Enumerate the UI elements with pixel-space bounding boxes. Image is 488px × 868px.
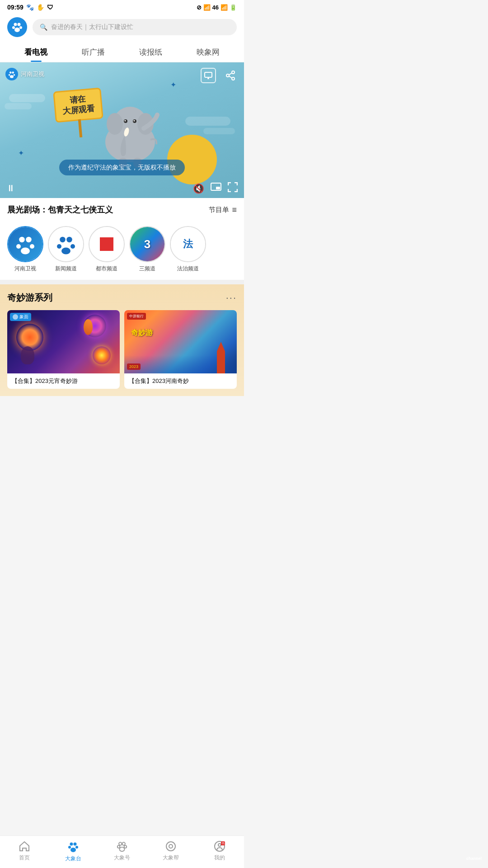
search-bar[interactable]: 🔍 奋进的春天｜太行山下建设忙 [33,19,237,35]
controls-right: 🔇 [193,182,238,194]
cloud-3 [185,117,230,126]
firework-3 [93,346,111,364]
status-time: 09:59 [7,4,23,11]
channel-label-henan: 河南卫视 [14,265,36,273]
timer-icon: ⊘ [197,4,202,11]
schedule-button[interactable]: 节目单 ≡ [209,205,237,215]
svg-point-4 [14,28,20,32]
card-title-1: 【合集】2023元宵奇妙游 [12,377,115,385]
svg-point-20 [107,113,123,135]
tab-radio[interactable]: 听广播 [65,42,122,62]
svg-point-37 [66,237,72,243]
svg-point-38 [57,244,61,249]
hand-icon: ✋ [37,4,44,11]
search-icon: 🔍 [40,24,47,31]
svg-point-40 [61,248,70,255]
svg-point-3 [19,26,22,29]
cloud-4 [203,128,235,134]
schedule-icon: ≡ [232,205,237,215]
channel-label-3ch: 三频道 [139,265,155,273]
sign-text-line2: 大屏观看 [62,104,95,117]
header: 🔍 奋进的春天｜太行山下建设忙 [0,13,244,42]
play-pause-button[interactable]: ⏸ [6,183,15,193]
cloud-1 [9,94,45,102]
paw-icon: 🐾 [26,4,34,11]
tab-newspaper[interactable]: 读报纸 [122,42,179,62]
channel-circle-news [48,226,84,262]
svg-point-35 [21,248,30,255]
status-right: ⊘ 📶 46 📶 🔋 [197,4,237,11]
program-title: 晨光剧场：包青天之七侠五义 [7,204,113,215]
svg-rect-30 [216,187,220,189]
content-card-2[interactable]: 中原银行 2023 奇妙游 【合集】2023河南奇妙 [124,310,237,389]
battery-icon: 🔋 [230,4,237,11]
channel-item-henan[interactable]: 河南卫视 [7,226,43,273]
svg-point-34 [30,244,34,249]
subtitle-text: 作为遵纪守法的象宝宝，无版权不播放 [68,164,176,171]
cloud-2 [5,103,32,109]
sparkle-3: ✦ [18,149,24,157]
sparkle-2: ✦ [170,80,176,89]
signal-bars-icon: 📶 [221,4,228,11]
svg-point-2 [12,26,15,29]
fazhi-icon: 法 [183,237,193,251]
badge-new-1: 象面 [10,313,31,321]
video-controls: ⏸ 🔇 [0,182,244,194]
nav-tabs: 看电视 听广播 读报纸 映象网 [0,42,244,62]
channel-label-news: 新闻频道 [55,265,77,273]
svg-point-31 [19,237,25,243]
channel-circle-henan [7,226,43,262]
mute-button[interactable]: 🔇 [193,183,204,194]
subtitle-bar: 作为遵纪守法的象宝宝，无版权不播放 [59,160,185,175]
schedule-label: 节目单 [209,206,229,214]
svg-point-25 [134,120,135,122]
status-left: 09:59 🐾 ✋ 🛡 [7,4,53,11]
fullscreen-button[interactable] [228,182,238,194]
card-thumb-2: 中原银行 2023 奇妙游 [124,310,237,373]
card-info-2: 【合集】2023河南奇妙 [124,373,237,389]
channel-item-3ch[interactable]: 3 channel 三频道 [129,226,165,273]
wifi-icon: 📶 [203,4,211,11]
channel-item-dushi[interactable]: 都市频道 [89,226,125,273]
card-title-2: 【合集】2023河南奇妙 [129,377,232,385]
channel-label-fazhi: 法治频道 [177,265,199,273]
svg-point-36 [60,237,66,243]
channel-item-fazhi[interactable]: 法 法治频道 [170,226,206,273]
svg-point-23 [125,120,126,122]
svg-point-39 [70,244,75,249]
channel-label-dushi: 都市频道 [96,265,117,273]
year-badge: 2023 [127,363,141,370]
card-info-1: 【合集】2023元宵奇妙游 [7,373,120,389]
sign-board: 请在 大屏观看 [53,88,103,123]
search-placeholder: 奋进的春天｜太行山下建设忙 [51,23,133,31]
festival-text: 奇妙游 [131,328,153,338]
red-square-icon [100,237,113,251]
svg-point-32 [26,237,32,243]
signal-badge: 46 [212,4,219,11]
content-card-1[interactable]: 象面 【合集】2023元宵奇妙游 [7,310,120,389]
channel-item-news[interactable]: 新闻频道 [48,226,84,273]
tab-yingxiang[interactable]: 映象网 [179,42,237,62]
section-divider [0,280,244,284]
card-thumb-1: 象面 [7,310,120,373]
bottom-spacer [0,396,244,428]
tab-tv[interactable]: 看电视 [7,42,65,62]
channel-circle-3ch: 3 channel [129,226,165,262]
channel-circle-fazhi: 法 [170,226,206,262]
elephant-scene: ✦ ✦ ✦ 请在 大屏观看 [0,62,244,198]
more-button[interactable]: ··· [226,292,237,304]
content-grid: 象面 【合集】2023元宵奇妙游 中原银行 2023 [7,310,237,389]
section-header: 奇妙游系列 ··· [7,292,237,304]
section-title: 奇妙游系列 [7,292,52,304]
status-bar: 09:59 🐾 ✋ 🛡 ⊘ 📶 46 📶 🔋 [0,0,244,13]
channel-list: 河南卫视 新闻频道 都市频道 [0,222,244,280]
svg-point-33 [16,244,21,249]
svg-point-1 [18,23,21,26]
app-logo[interactable] [7,17,27,37]
video-container[interactable]: 河南卫视 [0,62,244,198]
thumb2-deco: 中原银行 2023 奇妙游 [124,310,237,373]
lantern [84,319,93,335]
pip-button[interactable] [211,183,221,194]
ch3-logo: 3 channel [130,227,164,261]
program-info: 晨光剧场：包青天之七侠五义 节目单 ≡ [0,198,244,222]
